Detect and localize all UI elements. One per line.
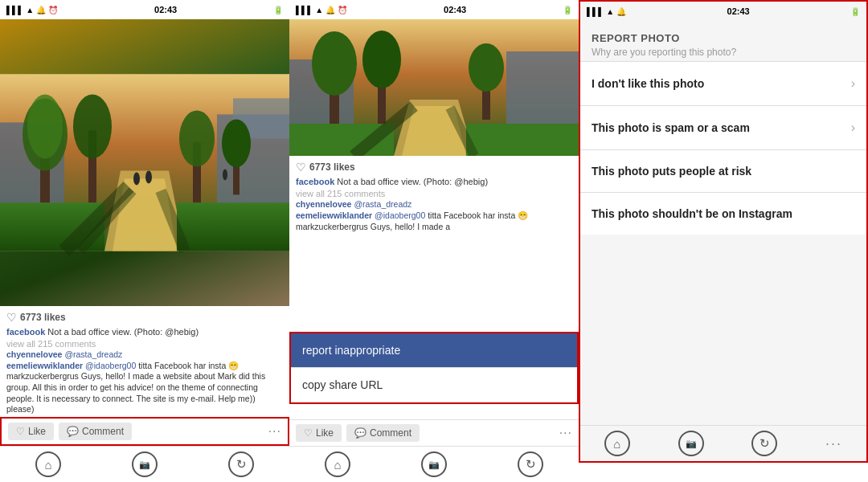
bottom-nav-3: ⌂ 📷 ↻ ··· [580, 425, 866, 461]
report-option-2[interactable]: This photo is spam or a scam › [580, 106, 866, 150]
photo-svg-1 [0, 19, 289, 306]
home-nav-1[interactable]: ⌂ [35, 451, 61, 477]
battery-icon-3: 🔋 [850, 7, 860, 16]
comment-2-1: eemeliewwiklander @idaoberg00 titta Face… [6, 361, 283, 372]
report-option-1-text: I don't like this photo [592, 77, 704, 90]
bell-icon-3: 🔔 [616, 7, 626, 16]
time-display-1: 02:43 [154, 5, 177, 14]
status-right-2: 🔋 [563, 6, 572, 14]
heart-icon-2: ♡ [296, 161, 306, 174]
likes-count-2: 6773 likes [309, 161, 355, 173]
photo-1 [0, 19, 289, 306]
comment-3-1: markzuckerbergrus Guys, hello! I made a … [6, 371, 283, 415]
like-label-2: Like [316, 427, 334, 439]
caption-2: facebook Not a bad office view. (Photo: … [296, 176, 572, 188]
likes-row-1: ♡ 6773 likes [6, 311, 283, 324]
clock-icon: ⏰ [48, 6, 58, 14]
report-option-1[interactable]: I don't like this photo › [580, 62, 866, 106]
svg-point-21 [133, 172, 140, 185]
home-nav-3[interactable]: ⌂ [604, 431, 630, 456]
instagram-nav-3[interactable]: 📷 [678, 431, 704, 456]
clock-icon-2: ⏰ [338, 6, 347, 14]
report-option-3[interactable]: This photo puts people at risk [580, 150, 866, 193]
bottom-nav-1: ⌂ 📷 ↻ [0, 446, 289, 482]
more-dots-2[interactable]: ··· [559, 426, 572, 440]
comment-button-1[interactable]: 💬 Comment [59, 423, 132, 440]
like-button-2[interactable]: ♡ Like [296, 424, 342, 442]
bottom-nav-2: ⌂ 📷 ↻ [289, 446, 579, 482]
report-subtitle: Why are you reporting this photo? [592, 47, 855, 58]
battery-icon-1: 🔋 [273, 6, 283, 14]
comment-1-2: chyennelovee @rasta_dreadz [296, 199, 572, 210]
action-bar-2: ♡ Like 💬 Comment ··· [289, 419, 579, 446]
svg-point-7 [27, 94, 63, 158]
post-with-menu: ♡ 6773 likes facebook Not a bad office v… [289, 156, 579, 446]
likes-count-1: 6773 likes [20, 312, 66, 323]
status-bar-1: ▌▌▌ ▲ 🔔 ⏰ 02:43 🔋 [0, 0, 289, 19]
caption-text-1: Not a bad office view. (Photo: @hebig) [47, 327, 199, 337]
report-inappropriate-option[interactable]: report inappropriate [291, 333, 577, 368]
bell-icon-2: 🔔 [326, 6, 335, 14]
svg-point-9 [73, 94, 112, 158]
status-left-1: ▌▌▌ ▲ 🔔 ⏰ [6, 6, 58, 14]
instagram-nav-2[interactable]: 📷 [421, 451, 447, 477]
comment-button-2[interactable]: 💬 Comment [346, 424, 420, 442]
signal-icon: ▌▌▌ [6, 6, 23, 14]
report-option-3-text: This photo puts people at risk [592, 165, 751, 178]
instagram-nav-1[interactable]: 📷 [132, 451, 158, 477]
time-display-2: 02:43 [444, 5, 466, 14]
copy-share-url-option[interactable]: copy share URL [291, 368, 577, 402]
home-nav-2[interactable]: ⌂ [325, 451, 350, 477]
comment-1-1: chyennelovee @rasta_dreadz [6, 349, 283, 361]
report-spacer [580, 235, 866, 425]
post-content-1: ♡ 6773 likes facebook Not a bad office v… [0, 306, 289, 417]
wifi-icon-3: ▲ [606, 7, 614, 16]
comment-icon-1: 💬 [67, 426, 79, 437]
wifi-icon: ▲ [26, 6, 34, 14]
refresh-nav-1[interactable]: ↻ [228, 451, 254, 477]
comment-3-2: markzuckerbergrus Guys, hello! I made a [296, 222, 572, 233]
report-option-4-text: This photo shouldn't be on Instagram [592, 207, 792, 220]
signal-icon-3: ▌▌▌ [587, 7, 604, 16]
caption-text-2: Not a bad office view. (Photo: @hebig) [337, 177, 488, 186]
more-dots-3[interactable]: ··· [825, 435, 842, 452]
like-button-1[interactable]: ♡ Like [8, 423, 54, 440]
action-bar-1: ♡ Like 💬 Comment ··· [0, 417, 289, 446]
status-left-2: ▌▌▌ ▲ 🔔 ⏰ [296, 6, 347, 14]
like-label-1: Like [28, 426, 46, 437]
comment-label-1: Comment [82, 426, 124, 437]
status-left-3: ▌▌▌ ▲ 🔔 [587, 7, 626, 16]
view-comments-2[interactable]: view all 215 comments [296, 189, 572, 198]
refresh-nav-2[interactable]: ↻ [518, 451, 543, 477]
report-option-2-text: This photo is spam or a scam [592, 121, 750, 134]
comment-icon-2: 💬 [354, 427, 366, 439]
more-dots-1[interactable]: ··· [268, 424, 281, 439]
status-bar-2: ▌▌▌ ▲ 🔔 ⏰ 02:43 🔋 [289, 0, 579, 19]
photo-2 [289, 19, 579, 156]
panel-1: ▌▌▌ ▲ 🔔 ⏰ 02:43 🔋 [0, 0, 289, 482]
post-username-2: facebook [296, 177, 334, 186]
report-header: REPORT PHOTO Why are you reporting this … [580, 21, 866, 62]
photo-svg-2 [289, 19, 579, 156]
battery-icon-2: 🔋 [563, 6, 572, 14]
view-comments-1[interactable]: view all 215 comments [6, 339, 283, 349]
like-icon-1: ♡ [16, 426, 25, 437]
svg-rect-36 [466, 124, 579, 156]
post-content-2: ♡ 6773 likes facebook Not a bad office v… [289, 156, 579, 234]
report-title: REPORT PHOTO [592, 32, 855, 44]
svg-point-32 [469, 43, 504, 92]
svg-point-30 [362, 31, 401, 88]
comment-label-2: Comment [370, 427, 411, 439]
refresh-nav-3[interactable]: ↻ [751, 431, 777, 456]
svg-point-22 [145, 170, 152, 183]
status-right-1: 🔋 [273, 6, 283, 14]
report-option-4[interactable]: This photo shouldn't be on Instagram [580, 193, 866, 235]
svg-point-23 [223, 169, 227, 180]
svg-point-11 [179, 110, 215, 166]
wifi-icon-2: ▲ [315, 6, 323, 14]
likes-row-2: ♡ 6773 likes [296, 161, 572, 174]
time-display-3: 02:43 [727, 6, 750, 16]
signal-icon-2: ▌▌▌ [296, 6, 313, 14]
svg-rect-17 [177, 202, 289, 251]
svg-point-28 [312, 31, 357, 96]
